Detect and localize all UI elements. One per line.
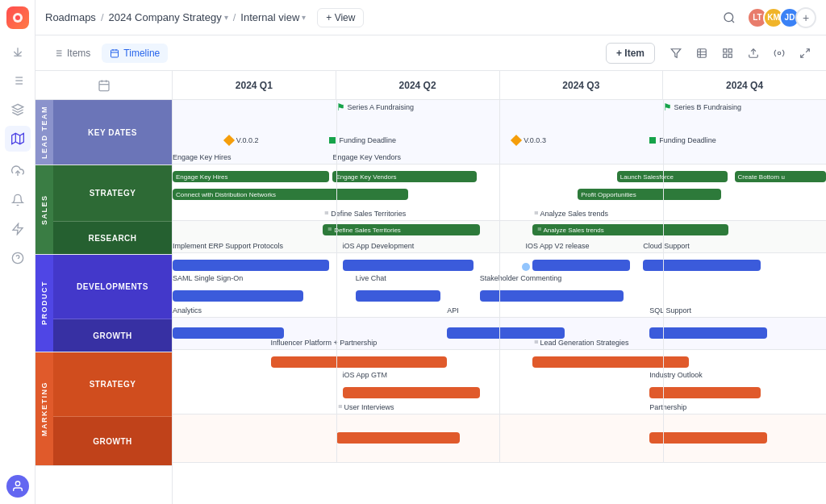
product-label: PRODUCT xyxy=(35,255,53,352)
industry-bar[interactable] xyxy=(649,387,761,398)
define-sales-bar[interactable]: Define Sales Territories xyxy=(323,224,479,235)
map-icon[interactable] xyxy=(5,126,31,152)
saml-bar[interactable] xyxy=(173,290,303,302)
calendar-header xyxy=(35,71,172,100)
lead-team-group: LEAD TEAM KEY DATES xyxy=(35,100,172,165)
stakeholder-bar[interactable] xyxy=(480,290,624,302)
download-icon[interactable] xyxy=(5,39,31,65)
saml-top: SAML Single Sign-On xyxy=(173,274,243,282)
sales-group: SALES STRATEGY RESEARCH xyxy=(35,165,172,255)
livechat-top: Live Chat xyxy=(356,274,386,282)
series-b-label: Series B Fundraising xyxy=(674,103,742,111)
chevron-down-icon: ▾ xyxy=(224,13,228,22)
connect-distribution-bar[interactable]: Connect with Distribution Networks xyxy=(173,189,408,200)
settings-icon[interactable] xyxy=(768,42,791,65)
q4-header: 2024 Q4 xyxy=(663,71,826,99)
q2-header: 2024 Q2 xyxy=(336,71,500,99)
svg-rect-34 xyxy=(724,54,727,57)
key-dates-label: KEY DATES xyxy=(53,100,172,165)
svg-rect-31 xyxy=(724,48,727,52)
upload-icon[interactable] xyxy=(5,158,31,184)
app-logo[interactable] xyxy=(6,6,29,29)
product-developments-label: DEVELOPMENTS xyxy=(53,255,172,319)
flag-b-icon: ⚑ xyxy=(663,102,672,113)
q3-header: 2024 Q3 xyxy=(500,71,664,99)
analytics-bar[interactable] xyxy=(173,327,284,339)
view-button[interactable]: + View xyxy=(317,8,364,27)
erp-bar[interactable] xyxy=(173,260,329,271)
add-user-button[interactable]: + xyxy=(795,7,816,28)
livechat-bar[interactable] xyxy=(356,290,440,302)
user-interviews-bar[interactable] xyxy=(336,432,461,444)
connect-label: Connect with Distribution Networks xyxy=(176,191,276,198)
toolbar: Items Timeline + Item xyxy=(35,35,826,71)
cloud-top: Cloud Support xyxy=(643,242,690,250)
user-avatar[interactable] xyxy=(6,475,29,498)
ios-gtm-bar[interactable] xyxy=(343,387,480,398)
table-icon[interactable] xyxy=(690,42,713,65)
bell-icon[interactable] xyxy=(5,187,31,213)
partnership-top: Partnership xyxy=(649,403,686,411)
search-button[interactable] xyxy=(718,6,740,29)
create-bottom-bar[interactable]: Create Bottom u xyxy=(735,171,826,182)
cloud-bar[interactable] xyxy=(643,260,761,271)
tab-timeline[interactable]: Timeline xyxy=(102,44,168,63)
breadcrumb: Roadmaps / 2024 Company Strategy ▾ / Int… xyxy=(45,11,306,23)
zap-icon[interactable] xyxy=(5,216,31,242)
vgrid-q1 xyxy=(336,100,337,463)
help-icon[interactable] xyxy=(5,245,31,271)
marketing-strategy-label: STRATEGY xyxy=(53,352,172,417)
q1-header: 2024 Q1 xyxy=(173,71,336,99)
export-icon[interactable] xyxy=(742,42,765,65)
funding-deadline-1: Funding Deadline xyxy=(329,136,396,144)
grid-icon[interactable] xyxy=(716,42,739,65)
influencer-bar[interactable] xyxy=(271,356,448,368)
vgrid-q2 xyxy=(499,100,500,463)
analytics-top: Analytics xyxy=(173,306,202,314)
api-bar[interactable] xyxy=(447,327,565,339)
product-growth-label: GROWTH xyxy=(53,319,172,352)
product-group: PRODUCT DEVELOPMENTS GROWTH xyxy=(35,255,172,352)
profit-label: Profit Opportunities xyxy=(581,191,636,198)
svg-rect-32 xyxy=(728,48,732,52)
partnership-bar[interactable] xyxy=(649,432,767,444)
engage-key-hires-bar[interactable]: Engage Key Hires xyxy=(173,171,329,182)
chevron-down-icon: ▾ xyxy=(302,13,306,22)
sql-bar[interactable] xyxy=(649,327,767,339)
topbar-right: LT KM JD + xyxy=(718,6,816,29)
quarter-headers: 2024 Q1 2024 Q2 2024 Q3 2024 Q4 xyxy=(173,71,826,100)
ios-gtm-top: iOS App GTM xyxy=(343,371,388,379)
filter-list-icon[interactable] xyxy=(5,68,31,94)
square-icon xyxy=(329,137,336,144)
svg-point-36 xyxy=(778,52,781,55)
lead-gen-bar[interactable] xyxy=(532,356,689,368)
engage-hires-top: Engage Key Hires xyxy=(173,153,232,161)
engage-key-vendors-bar[interactable]: Engage Key Vendors xyxy=(332,171,476,182)
breadcrumb-view[interactable]: Internal view ▾ xyxy=(240,11,306,23)
breadcrumb-roadmaps[interactable]: Roadmaps xyxy=(45,11,96,23)
ios-dev-bar[interactable] xyxy=(343,260,473,271)
svg-point-17 xyxy=(724,13,733,22)
funding-label-1: Funding Deadline xyxy=(339,136,396,144)
add-item-button[interactable]: + Item xyxy=(606,43,655,64)
sidebar xyxy=(0,0,35,504)
series-a-flag: ⚑ Series A Fundraising xyxy=(336,102,415,113)
analyze-sales-bar[interactable]: Analyze Sales trends xyxy=(532,224,728,235)
lead-gen-top: Lead Generation Strategies xyxy=(532,339,629,347)
breadcrumb-strategy[interactable]: 2024 Company Strategy ▾ xyxy=(109,11,228,23)
filter-icon[interactable] xyxy=(665,42,687,65)
svg-line-37 xyxy=(806,48,809,52)
fullscreen-icon[interactable] xyxy=(794,42,816,65)
profit-opportunities-bar[interactable]: Profit Opportunities xyxy=(578,189,721,200)
v002-milestone: V.0.0.2 xyxy=(225,136,259,144)
layers-icon[interactable] xyxy=(5,97,31,123)
timeline-rows: ⚑ Series A Fundraising ⚑ Series B Fundra… xyxy=(173,100,826,463)
ios-v2-bar[interactable] xyxy=(532,260,631,271)
erp-top: Implement ERP Support Protocols xyxy=(173,242,283,250)
api-top: API xyxy=(447,306,459,314)
tab-items[interactable]: Items xyxy=(45,44,98,63)
launch-salesforce-bar[interactable]: Launch Salesforce xyxy=(617,171,728,182)
svg-line-38 xyxy=(801,54,804,57)
v003-label: V.0.0.3 xyxy=(524,136,546,144)
sales-label: SALES xyxy=(35,165,53,254)
